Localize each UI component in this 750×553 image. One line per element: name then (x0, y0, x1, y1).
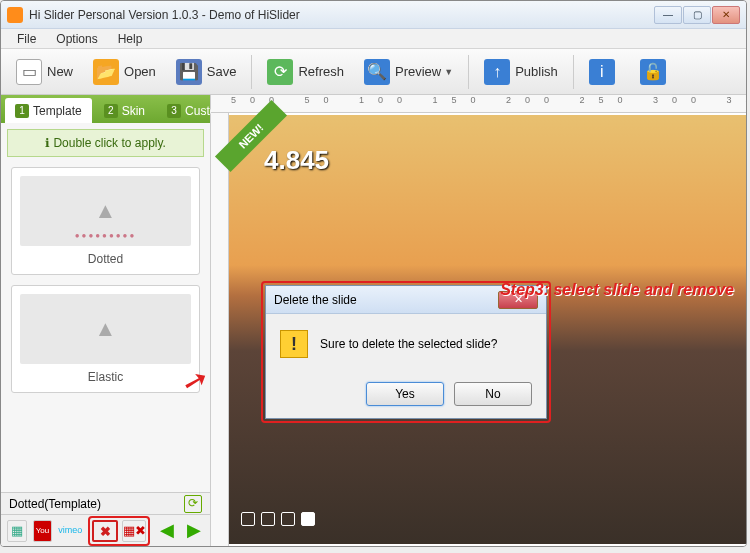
open-button[interactable]: 📂Open (84, 54, 165, 90)
chevron-down-icon[interactable]: ▼ (444, 67, 453, 77)
pager-dot[interactable] (301, 512, 315, 526)
open-icon: 📂 (93, 59, 119, 85)
separator (573, 55, 574, 89)
annotation-text: Step3: select slide and remove (500, 281, 734, 299)
pager-dot[interactable] (281, 512, 295, 526)
menubar: File Options Help (1, 29, 746, 49)
bottom-panel: 173566 417476 417487 443845 Basic Info (1, 546, 746, 547)
template-thumb-icon: ▲●●●●●●●●● (20, 176, 191, 246)
warning-icon: ! (280, 330, 308, 358)
app-logo-icon (7, 7, 23, 23)
pager-dot[interactable] (241, 512, 255, 526)
maximize-button[interactable]: ▢ (683, 6, 711, 24)
save-icon: 💾 (176, 59, 202, 85)
lock-icon: 🔓 (640, 59, 666, 85)
youtube-icon[interactable]: You (33, 520, 53, 542)
template-item-dotted[interactable]: ▲●●●●●●●●● Dotted (11, 167, 200, 275)
separator (468, 55, 469, 89)
preview-button[interactable]: 🔍Preview▼ (355, 54, 462, 90)
dialog-title: Delete the slide (274, 293, 357, 307)
prev-slide-button[interactable]: ◀ (156, 520, 177, 542)
toolbar: ▭New 📂Open 💾Save ⟳Refresh 🔍Preview▼ ↑Pub… (1, 49, 746, 95)
save-button[interactable]: 💾Save (167, 54, 246, 90)
source-icons-row: ▦ You vimeo ✖ ▦✖ ◀ ▶ (1, 514, 210, 546)
delete-slide-button[interactable]: ✖ (92, 520, 118, 542)
dialog-delete-slide: Delete the slide ✕ ! Sure to delete the … (261, 281, 551, 423)
minimize-button[interactable]: — (654, 6, 682, 24)
menu-file[interactable]: File (7, 29, 46, 48)
publish-icon: ↑ (484, 59, 510, 85)
delete-all-button[interactable]: ▦✖ (122, 520, 146, 542)
template-item-elastic[interactable]: ▲ Elastic (11, 285, 200, 393)
reload-button[interactable]: ⟳ (184, 495, 202, 513)
pager-dot[interactable] (261, 512, 275, 526)
main-window: Hi Slider Personal Version 1.0.3 - Demo … (0, 0, 747, 547)
sidebar: 1Template 2Skin 3Custom ℹ Double click t… (1, 95, 211, 546)
titlebar[interactable]: Hi Slider Personal Version 1.0.3 - Demo … (1, 1, 746, 29)
refresh-icon: ⟳ (267, 59, 293, 85)
dialog-message: Sure to delete the selected slide? (320, 337, 497, 351)
next-slide-button[interactable]: ▶ (183, 520, 204, 542)
ruler-horizontal: 500 50 100 150 200 250 300 350 400 450 5… (211, 95, 747, 113)
refresh-button[interactable]: ⟳Refresh (258, 54, 353, 90)
sidebar-status: Dotted(Template) ⟳ (1, 492, 210, 514)
pager (241, 512, 315, 526)
separator (251, 55, 252, 89)
new-icon: ▭ (16, 59, 42, 85)
hint-bar: ℹ Double click to apply. (7, 129, 204, 157)
tab-template[interactable]: 1Template (5, 98, 92, 123)
ruler-vertical (211, 113, 229, 546)
new-button[interactable]: ▭New (7, 54, 82, 90)
preview-icon: 🔍 (364, 59, 390, 85)
vimeo-icon[interactable]: vimeo (58, 520, 82, 542)
template-thumb-icon: ▲ (20, 294, 191, 364)
close-button[interactable]: ✕ (712, 6, 740, 24)
add-image-icon[interactable]: ▦ (7, 520, 27, 542)
yes-button[interactable]: Yes (366, 382, 444, 406)
window-title: Hi Slider Personal Version 1.0.3 - Demo … (29, 8, 300, 22)
info-icon: i (589, 59, 615, 85)
template-list[interactable]: ▲●●●●●●●●● Dotted ▲ Elastic (1, 163, 210, 492)
lock-button[interactable]: 🔓 (631, 54, 680, 90)
menu-help[interactable]: Help (108, 29, 153, 48)
publish-button[interactable]: ↑Publish (475, 54, 567, 90)
menu-options[interactable]: Options (46, 29, 107, 48)
sidebar-tabs: 1Template 2Skin 3Custom (1, 95, 210, 123)
tab-skin[interactable]: 2Skin (94, 98, 155, 123)
slide-overlay-text: 4.845 (264, 145, 329, 176)
info-button[interactable]: i (580, 54, 629, 90)
no-button[interactable]: No (454, 382, 532, 406)
